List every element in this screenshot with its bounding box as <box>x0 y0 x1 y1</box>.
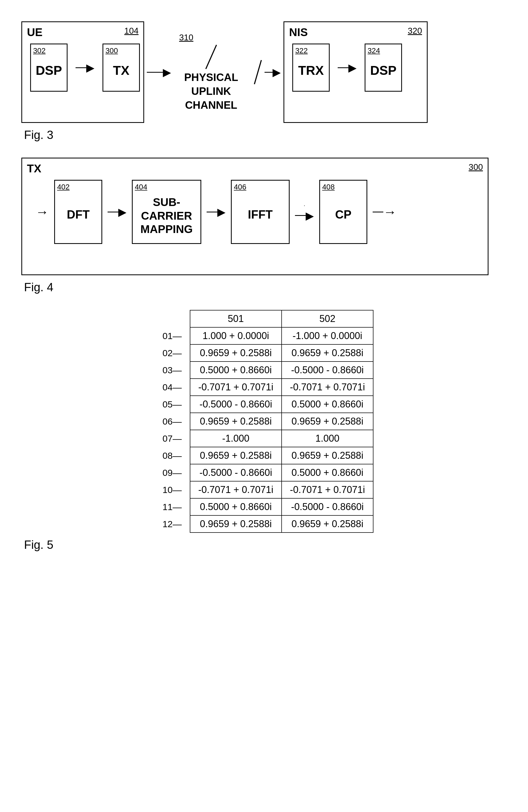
ifft-label: IFFT <box>248 208 273 222</box>
channel-slash2-icon <box>251 59 265 86</box>
table-row: 11—0.5000 + 0.8660i-0.5000 - 0.8660i <box>154 498 373 516</box>
channel-slash-icon <box>200 44 222 70</box>
fig4-input-arrow: → <box>35 204 49 220</box>
dsp-tx-arrow: ▶ <box>76 61 94 74</box>
dsp2-block: 324 DSP <box>365 44 402 92</box>
col1-cell: 0.5000 + 0.8660i <box>190 498 282 516</box>
fig4-tx-title: TX <box>27 162 41 175</box>
fig5-label: Fig. 5 <box>24 538 507 551</box>
dsp-ref: 302 <box>33 46 46 55</box>
row-label: 05— <box>154 396 190 413</box>
nis-box: NIS 320 322 TRX ▶ 324 DSP <box>284 21 428 123</box>
table-header-row: 501 502 <box>154 310 373 327</box>
figure-5: 501 502 01—1.000 + 0.0000i-1.000 + 0.000… <box>21 310 507 551</box>
dsp-block: 302 DSP <box>30 44 67 92</box>
subcarrier-ifft-arrow: ▶ <box>207 206 226 218</box>
ue-box: UE 104 302 DSP ▶ 300 TX <box>21 21 144 123</box>
trx-label: TRX <box>298 63 324 78</box>
fig3-diagram: UE 104 302 DSP ▶ 300 TX ▶ <box>21 21 507 123</box>
channel-ref: 310 <box>179 33 193 43</box>
row-label: 10— <box>154 481 190 498</box>
col2-cell: -0.5000 - 0.8660i <box>282 362 373 379</box>
fig4-output-arrow: → <box>373 204 397 220</box>
col2-cell: 0.5000 + 0.8660i <box>282 464 373 481</box>
col2-cell: -0.7071 + 0.7071i <box>282 379 373 396</box>
dft-subcarrier-arrow: ▶ <box>108 206 126 218</box>
row-label: 02— <box>154 344 190 362</box>
cp-ref: 408 <box>322 183 335 191</box>
dsp2-label: DSP <box>370 63 397 78</box>
trx-dsp-arrow: ▶ <box>338 61 357 74</box>
tx-ref: 300 <box>105 46 118 55</box>
col1-cell: -0.7071 + 0.7071i <box>190 379 282 396</box>
dft-block: 402 DFT <box>54 180 102 244</box>
tx-label: TX <box>113 63 129 78</box>
fig5-table: 501 502 01—1.000 + 0.0000i-1.000 + 0.000… <box>154 310 374 533</box>
row-label: 01— <box>154 327 190 344</box>
dft-ref: 402 <box>57 183 70 191</box>
table-row: 01—1.000 + 0.0000i-1.000 + 0.0000i <box>154 327 373 344</box>
table-row: 03—0.5000 + 0.8660i-0.5000 - 0.8660i <box>154 362 373 379</box>
col1-cell: -0.5000 - 0.8660i <box>190 396 282 413</box>
figure-3: UE 104 302 DSP ▶ 300 TX ▶ <box>21 21 507 142</box>
col2-cell: 0.9659 + 0.2588i <box>282 516 373 533</box>
col2-cell: 0.5000 + 0.8660i <box>282 396 373 413</box>
ue-inner-blocks: 302 DSP ▶ 300 TX <box>30 44 140 92</box>
table-row: 08—0.9659 + 0.2588i0.9659 + 0.2588i <box>154 447 373 464</box>
header-empty-cell <box>154 310 190 327</box>
svg-line-0 <box>206 45 216 69</box>
fig4-blocks: → 402 DFT ▶ 404 SUB-CARRIERMAPPING ▶ <box>35 180 474 244</box>
fig5-table-wrapper: 501 502 01—1.000 + 0.0000i-1.000 + 0.000… <box>21 310 507 533</box>
row-label: 11— <box>154 498 190 516</box>
col1-cell: 1.000 + 0.0000i <box>190 327 282 344</box>
table-row: 07—-1.0001.000 <box>154 430 373 447</box>
row-label: 12— <box>154 516 190 533</box>
col2-header: 502 <box>282 310 373 327</box>
figure-4: TX 300 → 402 DFT ▶ 404 SUB-CARRIERMAPPIN… <box>21 158 507 294</box>
table-row: 02—0.9659 + 0.2588i0.9659 + 0.2588i <box>154 344 373 362</box>
table-row: 04—-0.7071 + 0.7071i-0.7071 + 0.7071i <box>154 379 373 396</box>
ue-title: UE <box>27 26 43 39</box>
col1-cell: 0.9659 + 0.2588i <box>190 413 282 430</box>
row-label: 03— <box>154 362 190 379</box>
table-row: 10—-0.7071 + 0.7071i-0.7071 + 0.7071i <box>154 481 373 498</box>
col1-cell: 0.5000 + 0.8660i <box>190 362 282 379</box>
col2-cell: 0.9659 + 0.2588i <box>282 344 373 362</box>
nis-inner-blocks: 322 TRX ▶ 324 DSP <box>292 44 402 92</box>
svg-line-1 <box>254 60 261 84</box>
cp-block: 408 CP <box>319 180 367 244</box>
ue-ref: 104 <box>124 26 138 36</box>
col1-cell: -1.000 <box>190 430 282 447</box>
trx-ref: 322 <box>295 46 308 55</box>
col1-cell: -0.5000 - 0.8660i <box>190 464 282 481</box>
col2-cell: 1.000 <box>282 430 373 447</box>
table-row: 06—0.9659 + 0.2588i0.9659 + 0.2588i <box>154 413 373 430</box>
col1-cell: 0.9659 + 0.2588i <box>190 447 282 464</box>
col2-cell: -1.000 + 0.0000i <box>282 327 373 344</box>
table-row: 05—-0.5000 - 0.8660i0.5000 + 0.8660i <box>154 396 373 413</box>
fig4-tx-ref: 300 <box>469 162 483 172</box>
fig4-outer-box: TX 300 → 402 DFT ▶ 404 SUB-CARRIERMAPPIN… <box>21 158 488 275</box>
cp-label: CP <box>335 208 351 222</box>
nis-ref: 320 <box>408 26 422 36</box>
dft-label: DFT <box>67 208 90 222</box>
table-row: 12—0.9659 + 0.2588i0.9659 + 0.2588i <box>154 516 373 533</box>
ifft-block: 406 IFFT <box>231 180 290 244</box>
channel-nis-arrow: ▶ <box>251 59 281 86</box>
row-label: 06— <box>154 413 190 430</box>
dsp-label: DSP <box>36 63 62 78</box>
table-row: 09—-0.5000 - 0.8660i0.5000 + 0.8660i <box>154 464 373 481</box>
fig3-label: Fig. 3 <box>24 128 507 142</box>
col2-cell: 0.9659 + 0.2588i <box>282 447 373 464</box>
trx-block: 322 TRX <box>292 44 330 92</box>
nis-title: NIS <box>289 26 308 39</box>
row-label: 04— <box>154 379 190 396</box>
row-label: 07— <box>154 430 190 447</box>
dsp2-ref: 324 <box>367 46 380 55</box>
channel-area: 310 PHYSICAL UPLINK CHANNEL <box>177 33 246 112</box>
subcarrier-block: 404 SUB-CARRIERMAPPING <box>132 180 201 244</box>
col1-cell: -0.7071 + 0.7071i <box>190 481 282 498</box>
subcarrier-ref: 404 <box>135 183 147 191</box>
col1-cell: 0.9659 + 0.2588i <box>190 344 282 362</box>
tx-channel-arrow: ▶ <box>147 66 171 78</box>
